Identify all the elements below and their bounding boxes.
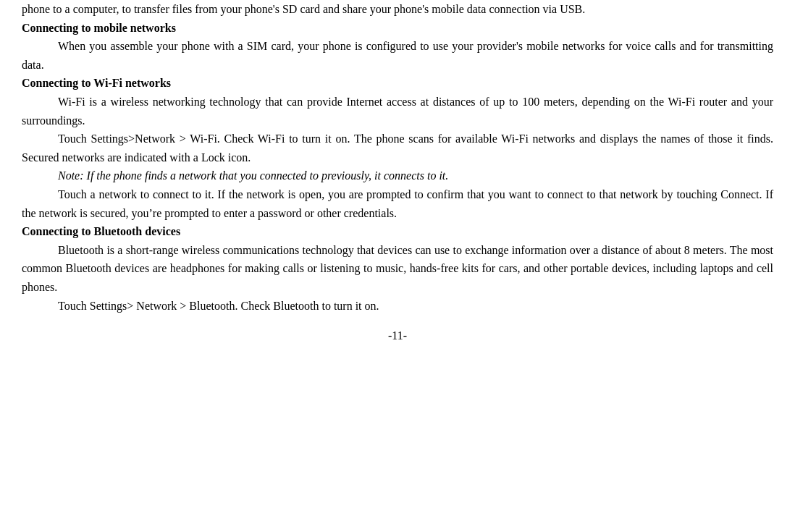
section2-para1: Wi-Fi is a wireless networking technolog… bbox=[22, 93, 773, 130]
page-number: -11- bbox=[22, 329, 773, 342]
section1-heading: Connecting to mobile networks bbox=[22, 19, 773, 38]
section3-para2: Touch Settings> Network > Bluetooth. Che… bbox=[22, 297, 773, 316]
intro-paragraph: phone to a computer, to transfer files f… bbox=[22, 0, 773, 19]
section2-note: Note: If the phone finds a network that … bbox=[22, 166, 773, 185]
section3-para1: Bluetooth is a short-range wireless comm… bbox=[22, 241, 773, 297]
text-block: phone to a computer, to transfer files f… bbox=[22, 0, 773, 315]
section2-para2: Touch Settings>Network > Wi-Fi. Check Wi… bbox=[22, 130, 773, 166]
section3-heading: Connecting to Bluetooth devices bbox=[22, 222, 773, 241]
page-container: phone to a computer, to transfer files f… bbox=[0, 0, 795, 532]
section2-para3: Touch a network to connect to it. If the… bbox=[22, 185, 773, 222]
section1-body: When you assemble your phone with a SIM … bbox=[22, 37, 773, 74]
section2-heading: Connecting to Wi-Fi networks bbox=[22, 74, 773, 93]
intro-text: phone to a computer, to transfer files f… bbox=[22, 3, 585, 15]
